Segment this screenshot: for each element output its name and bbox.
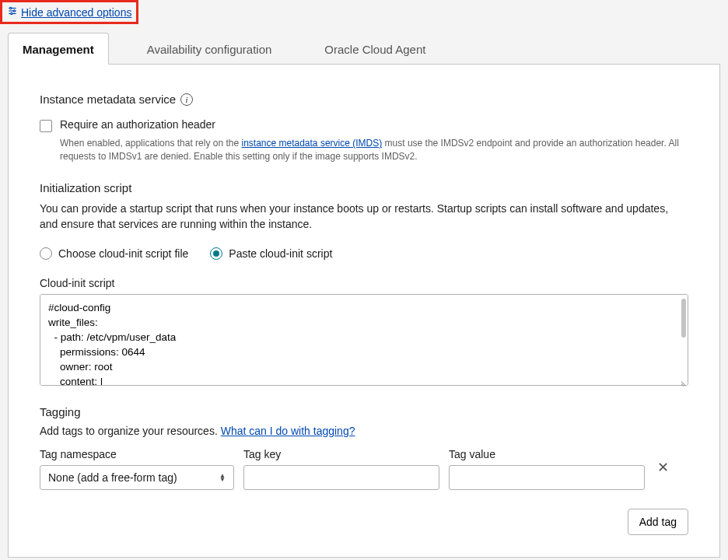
radio-choose-file-label: Choose cloud-init script file bbox=[58, 247, 188, 260]
require-auth-header-label: Require an authorization header bbox=[60, 118, 215, 131]
remove-tag-button[interactable]: ✕ bbox=[654, 459, 672, 476]
scrollbar-thumb[interactable] bbox=[681, 299, 686, 338]
chevron-updown-icon: ▲▼ bbox=[219, 474, 226, 481]
cloud-init-script-textarea[interactable] bbox=[40, 294, 688, 386]
tag-value-label: Tag value bbox=[449, 448, 645, 460]
tag-key-column: Tag key bbox=[243, 448, 439, 490]
highlight-box: Hide advanced options bbox=[0, 0, 138, 24]
hide-advanced-options-label: Hide advanced options bbox=[21, 6, 131, 19]
script-source-radio-group: Choose cloud-init script file Paste clou… bbox=[40, 247, 688, 260]
tag-value-column: Tag value bbox=[449, 448, 645, 490]
hide-advanced-options-link[interactable]: Hide advanced options bbox=[7, 5, 131, 19]
add-tag-button[interactable]: Add tag bbox=[628, 509, 688, 535]
tag-namespace-column: Tag namespace None (add a free-form tag)… bbox=[40, 448, 234, 490]
imds-title-text: Instance metadata service bbox=[40, 93, 176, 106]
radio-icon bbox=[40, 247, 52, 260]
tag-inputs-row: Tag namespace None (add a free-form tag)… bbox=[40, 448, 688, 490]
radio-paste-script-label: Paste cloud-init script bbox=[229, 247, 332, 260]
require-auth-header-row: Require an authorization header bbox=[40, 118, 688, 132]
sliders-icon bbox=[7, 5, 18, 19]
info-icon[interactable]: i bbox=[180, 93, 193, 106]
radio-paste-script[interactable]: Paste cloud-init script bbox=[210, 247, 332, 260]
tag-key-label: Tag key bbox=[243, 448, 439, 460]
init-script-heading: Initialization script bbox=[40, 181, 688, 194]
imds-helper-prefix: When enabled, applications that rely on … bbox=[60, 138, 241, 149]
imds-section-title: Instance metadata service i bbox=[40, 93, 193, 106]
svg-point-1 bbox=[10, 7, 12, 9]
svg-point-3 bbox=[13, 10, 15, 12]
tab-strip: Management Availability configuration Or… bbox=[0, 32, 728, 64]
tagging-help-link[interactable]: What can I do with tagging? bbox=[221, 425, 355, 437]
tagging-description: Add tags to organize your resources. Wha… bbox=[40, 425, 688, 437]
tag-namespace-label: Tag namespace bbox=[40, 448, 234, 460]
cloud-init-textarea-wrap bbox=[40, 294, 688, 388]
add-tag-row: Add tag bbox=[40, 509, 688, 535]
tag-namespace-value: None (add a free-form tag) bbox=[48, 471, 177, 484]
management-panel: Instance metadata service i Require an a… bbox=[8, 64, 720, 558]
require-auth-header-checkbox[interactable] bbox=[40, 120, 52, 132]
tag-namespace-select[interactable]: None (add a free-form tag) ▲▼ bbox=[40, 465, 234, 490]
tab-availability-configuration[interactable]: Availability configuration bbox=[132, 33, 287, 65]
svg-point-5 bbox=[11, 12, 12, 14]
cloud-init-script-label: Cloud-init script bbox=[40, 277, 688, 289]
tab-management[interactable]: Management bbox=[8, 33, 109, 65]
tab-oracle-cloud-agent[interactable]: Oracle Cloud Agent bbox=[310, 33, 440, 65]
init-script-description: You can provide a startup script that ru… bbox=[40, 201, 688, 233]
tag-key-input[interactable] bbox=[243, 465, 439, 490]
tag-value-input[interactable] bbox=[449, 465, 645, 490]
imds-helper-text: When enabled, applications that rely on … bbox=[60, 137, 688, 164]
radio-choose-file[interactable]: Choose cloud-init script file bbox=[40, 247, 188, 260]
tagging-heading: Tagging bbox=[40, 405, 688, 418]
radio-icon bbox=[210, 247, 222, 260]
imds-link[interactable]: instance metadata service (IMDS) bbox=[241, 138, 382, 149]
tagging-desc-prefix: Add tags to organize your resources. bbox=[40, 425, 221, 437]
